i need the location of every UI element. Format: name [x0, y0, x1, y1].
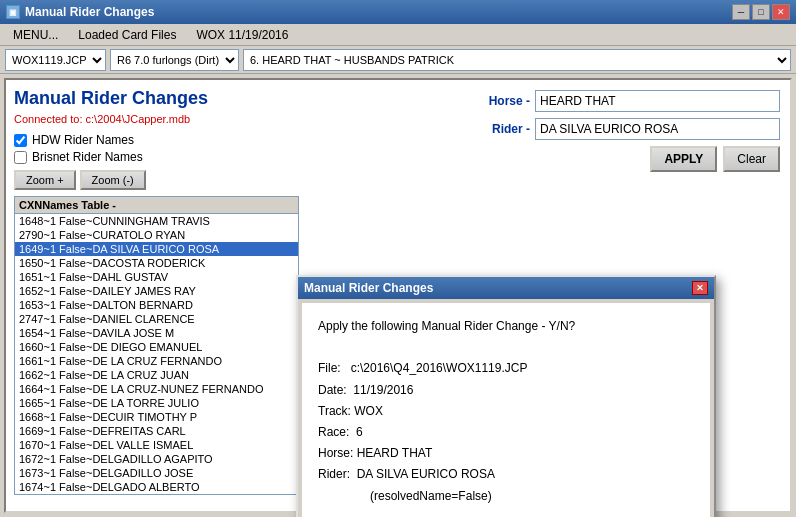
- rider-label-d: Rider:: [318, 467, 357, 481]
- race-value: 6: [356, 425, 363, 439]
- dialog-resolved: (resolvedName=False): [318, 487, 694, 506]
- toolbar: WOX1119.JCP R6 7.0 furlongs (Dirt) 6. HE…: [0, 46, 796, 74]
- race-dropdown[interactable]: R6 7.0 furlongs (Dirt): [110, 49, 239, 71]
- table-row[interactable]: 1649~1 False~DA SILVA EURICO ROSA: [15, 242, 298, 256]
- horse-value-d: HEARD THAT: [357, 446, 433, 460]
- maximize-button[interactable]: □: [752, 4, 770, 20]
- file-value: c:\2016\Q4_2016\WOX1119.JCP: [351, 361, 528, 375]
- zoom-in-button[interactable]: Zoom +: [14, 170, 76, 190]
- brisnet-checkbox[interactable]: [14, 151, 27, 164]
- table-row[interactable]: 1660~1 False~DE DIEGO EMANUEL: [15, 340, 298, 354]
- table-row[interactable]: 1648~1 False~CUNNINGHAM TRAVIS: [15, 214, 298, 228]
- title-bar: ▣ Manual Rider Changes ─ □ ✕: [0, 0, 796, 24]
- table-row[interactable]: 1674~1 False~DELGADO ALBERTO: [15, 480, 298, 494]
- menu-bar: MENU... Loaded Card Files WOX 11/19/2016: [0, 24, 796, 46]
- window-title: Manual Rider Changes: [25, 5, 154, 19]
- close-button[interactable]: ✕: [772, 4, 790, 20]
- table-row[interactable]: 1664~1 False~DE LA CRUZ-NUNEZ FERNANDO: [15, 382, 298, 396]
- apply-button[interactable]: APPLY: [650, 146, 717, 172]
- dialog-date: Date: 11/19/2016: [318, 381, 694, 400]
- table-row[interactable]: 1673~1 False~DELGADILLO JOSE: [15, 466, 298, 480]
- dialog-spacer2: [318, 508, 694, 517]
- date-label: Date:: [318, 383, 353, 397]
- rider-value-d: DA SILVA EURICO ROSA: [357, 467, 495, 481]
- file-dropdown[interactable]: WOX1119.JCP: [5, 49, 106, 71]
- dialog-title-bar: Manual Rider Changes ✕: [298, 277, 714, 299]
- rider-input[interactable]: [535, 118, 780, 140]
- file-label: File:: [318, 361, 351, 375]
- table-row[interactable]: 1654~1 False~DAVILA JOSE M: [15, 326, 298, 340]
- track-value: WOX: [354, 404, 383, 418]
- dialog-rider: Rider: DA SILVA EURICO ROSA: [318, 465, 694, 484]
- brisnet-label: Brisnet Rider Names: [32, 150, 143, 164]
- dialog-title: Manual Rider Changes: [304, 281, 433, 295]
- app-icon: ▣: [6, 5, 20, 19]
- table-row[interactable]: 1661~1 False~DE LA CRUZ FERNANDO: [15, 354, 298, 368]
- rider-label: Rider -: [480, 122, 530, 136]
- table-row[interactable]: 1652~1 False~DAILEY JAMES RAY: [15, 284, 298, 298]
- race-label: Race:: [318, 425, 356, 439]
- table-row[interactable]: 1669~1 False~DEFREITAS CARL: [15, 424, 298, 438]
- horse-dropdown[interactable]: 6. HEARD THAT ~ HUSBANDS PATRICK: [243, 49, 791, 71]
- table-row[interactable]: 1672~1 False~DELGADILLO AGAPITO: [15, 452, 298, 466]
- table-row[interactable]: 1653~1 False~DALTON BERNARD: [15, 298, 298, 312]
- horse-label: Horse -: [480, 94, 530, 108]
- window-controls: ─ □ ✕: [732, 4, 790, 20]
- horse-input[interactable]: [535, 90, 780, 112]
- dialog-close-button[interactable]: ✕: [692, 281, 708, 295]
- table-row[interactable]: 1651~1 False~DAHL GUSTAV: [15, 270, 298, 284]
- dialog-body: Apply the following Manual Rider Change …: [302, 303, 710, 517]
- dialog: Manual Rider Changes ✕ Apply the followi…: [296, 275, 716, 517]
- right-panel: Horse - Rider - APPLY Clear: [480, 90, 780, 172]
- table-row[interactable]: 1662~1 False~DE LA CRUZ JUAN: [15, 368, 298, 382]
- hdw-label: HDW Rider Names: [32, 133, 134, 147]
- table-row[interactable]: 1668~1 False~DECUIR TIMOTHY P: [15, 410, 298, 424]
- menu-item-wox[interactable]: WOX 11/19/2016: [187, 25, 297, 45]
- horse-label-d: Horse:: [318, 446, 357, 460]
- hdw-checkbox[interactable]: [14, 134, 27, 147]
- date-value: 11/19/2016: [353, 383, 413, 397]
- dialog-race: Race: 6: [318, 423, 694, 442]
- table-section: CXNNames Table - 1648~1 False~CUNNINGHAM…: [14, 196, 299, 495]
- track-label: Track:: [318, 404, 354, 418]
- zoom-bar: Zoom + Zoom (-): [14, 170, 782, 190]
- menu-item-menu[interactable]: MENU...: [4, 25, 67, 45]
- zoom-out-button[interactable]: Zoom (-): [80, 170, 146, 190]
- table-row[interactable]: 1650~1 False~DACOSTA RODERICK: [15, 256, 298, 270]
- main-content: Horse - Rider - APPLY Clear Manual Rider…: [4, 78, 792, 513]
- table-row[interactable]: 1665~1 False~DE LA TORRE JULIO: [15, 396, 298, 410]
- table-row[interactable]: 2747~1 False~DANIEL CLARENCE: [15, 312, 298, 326]
- table-row[interactable]: 1670~1 False~DEL VALLE ISMAEL: [15, 438, 298, 452]
- menu-item-loaded[interactable]: Loaded Card Files: [69, 25, 185, 45]
- dialog-track: Track: WOX: [318, 402, 694, 421]
- dialog-horse: Horse: HEARD THAT: [318, 444, 694, 463]
- table-list[interactable]: 1648~1 False~CUNNINGHAM TRAVIS2790~1 Fal…: [15, 214, 298, 494]
- table-header: CXNNames Table -: [15, 197, 298, 214]
- table-row[interactable]: 2790~1 False~CURATOLO RYAN: [15, 228, 298, 242]
- dialog-file: File: c:\2016\Q4_2016\WOX1119.JCP: [318, 359, 694, 378]
- clear-button[interactable]: Clear: [723, 146, 780, 172]
- dialog-question: Apply the following Manual Rider Change …: [318, 317, 694, 336]
- dialog-spacer: [318, 338, 694, 357]
- minimize-button[interactable]: ─: [732, 4, 750, 20]
